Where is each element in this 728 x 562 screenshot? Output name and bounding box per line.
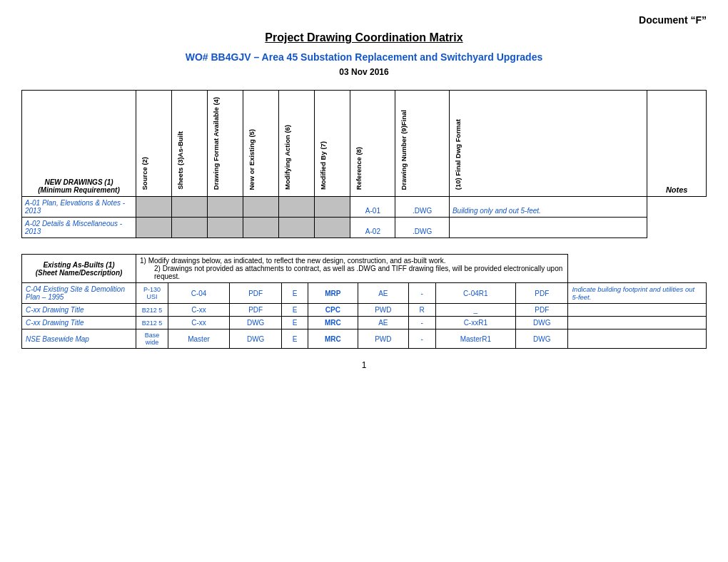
row-final-format: PDF <box>516 283 568 304</box>
row-new-existing: E <box>282 317 308 329</box>
row-modified-by: AE <box>358 283 408 304</box>
row-sheets <box>172 197 208 218</box>
row-name: C-04 Existing Site & Demolition Plan – 1… <box>22 283 136 304</box>
top-table-row: A-01 Plan, Elevations & Notes - 2013A-01… <box>22 197 707 218</box>
row-final-format: DWG <box>516 329 568 349</box>
row-new-existing: E <box>282 283 308 304</box>
row-reference: - <box>408 329 435 349</box>
row-source: B212 5 <box>136 317 168 329</box>
top-table-left-header: NEW DRAWINGS (1) (Minimum Requirement) <box>22 91 136 197</box>
row-new-existing <box>243 197 279 218</box>
subtitle: WO# BB4GJV – Area 45 Substation Replacem… <box>21 51 707 63</box>
col-drawing-format: Drawing Format Available (4) <box>208 91 243 197</box>
bottom-table: Existing As-Builts (1) (Sheet Name/Descr… <box>21 254 707 349</box>
page-title: Project Drawing Coordination Matrix <box>21 31 707 44</box>
row-modified-by <box>315 197 350 218</box>
col-modified-by: Modified By (7) <box>315 91 350 197</box>
row-note <box>568 317 707 329</box>
row-dwg-number: _ <box>435 304 515 317</box>
row-mod-action: CPC <box>308 304 358 317</box>
row-name: NSE Basewide Map <box>22 329 136 349</box>
row-name: A-02 Details & Miscellaneous - 2013 <box>22 218 136 238</box>
row-source: Base wide <box>136 329 168 349</box>
col-final-format: (10) Final Dwg Format <box>449 91 647 197</box>
row-mod-action: MRP <box>308 283 358 304</box>
date-line: 03 Nov 2016 <box>21 67 707 77</box>
bottom-table-row: NSE Basewide MapBase wideMasterDWGEMRCPW… <box>22 329 707 349</box>
col-modifying-action: Modifying Action (6) <box>279 91 315 197</box>
row-final-format: DWG <box>516 317 568 329</box>
row-sheets: Master <box>168 329 230 349</box>
row-source: B212 5 <box>136 304 168 317</box>
row-new-existing <box>243 218 279 238</box>
page-number: 1 <box>21 360 707 370</box>
instruction-2: 2) Drawings not provided as attachments … <box>154 265 564 280</box>
row-note: Building only and out 5-feet. <box>449 197 647 218</box>
document-label: Document “F” <box>21 14 707 26</box>
row-modified-by: AE <box>358 317 408 329</box>
col-new-existing: New or Existing (5) <box>243 91 279 197</box>
row-format <box>208 218 243 238</box>
row-reference: - <box>408 317 435 329</box>
bottom-table-row: C-xx Drawing TitleB212 5C-xxPDFECPCPWDR_… <box>22 304 707 317</box>
row-mod-action: MRC <box>308 317 358 329</box>
bottom-left-header: Existing As-Builts (1) (Sheet Name/Descr… <box>22 255 136 283</box>
row-name: C-xx Drawing Title <box>22 317 136 329</box>
top-table-header-row: NEW DRAWINGS (1) (Minimum Requirement) S… <box>22 91 707 197</box>
row-note <box>568 329 707 349</box>
top-table: NEW DRAWINGS (1) (Minimum Requirement) S… <box>21 90 707 238</box>
row-mod-action: MRC <box>308 329 358 349</box>
row-reference: A-02 <box>350 218 395 238</box>
instruction-1: 1) Modify drawings below, as indicated, … <box>140 257 564 265</box>
row-sheets: C-xx <box>168 317 230 329</box>
row-source <box>136 197 172 218</box>
row-new-existing: E <box>282 329 308 349</box>
col-sheets: Sheets (3)As-Built <box>172 91 208 197</box>
row-new-existing: E <box>282 304 308 317</box>
bottom-table-row: C-04 Existing Site & Demolition Plan – 1… <box>22 283 707 304</box>
row-note: Indicate building footprint and utilitie… <box>568 283 707 304</box>
row-modified-by: PWD <box>358 304 408 317</box>
row-sheets <box>172 218 208 238</box>
col-notes: Notes <box>647 91 707 197</box>
row-sheets: C-04 <box>168 283 230 304</box>
row-modified-by: PWD <box>358 329 408 349</box>
row-final-format: PDF <box>516 304 568 317</box>
bottom-instructions: 1) Modify drawings below, as indicated, … <box>136 255 568 283</box>
row-dwg-number: MasterR1 <box>435 329 515 349</box>
row-dwg-number: .DWG <box>395 218 450 238</box>
row-name: A-01 Plan, Elevations & Notes - 2013 <box>22 197 136 218</box>
row-format: DWG <box>230 317 282 329</box>
row-mod-action <box>279 197 315 218</box>
row-modified-by <box>315 218 350 238</box>
row-reference: A-01 <box>350 197 395 218</box>
bottom-table-header-row: Existing As-Builts (1) (Sheet Name/Descr… <box>22 255 707 283</box>
row-source <box>136 218 172 238</box>
row-reference: - <box>408 283 435 304</box>
col-source: Source (2) <box>136 91 172 197</box>
row-note <box>449 218 647 238</box>
row-mod-action <box>279 218 315 238</box>
row-format: PDF <box>230 283 282 304</box>
sheet-name-label: (Sheet Name/Description) <box>36 269 123 277</box>
existing-as-builts-label: Existing As-Builts (1) <box>43 261 114 269</box>
row-format: DWG <box>230 329 282 349</box>
col-drawing-number: Drawing Number (9)Final <box>395 91 450 197</box>
row-dwg-number: C-04R1 <box>435 283 515 304</box>
bottom-table-row: C-xx Drawing TitleB212 5C-xxDWGEMRCAE-C-… <box>22 317 707 329</box>
row-format <box>208 197 243 218</box>
row-reference: R <box>408 304 435 317</box>
new-drawings-label: NEW DRAWINGS (1) <box>44 178 113 186</box>
col-reference: Reference (8) <box>350 91 395 197</box>
row-sheets: C-xx <box>168 304 230 317</box>
row-source: P-130 USI <box>136 283 168 304</box>
row-note <box>568 304 707 317</box>
top-table-row: A-02 Details & Miscellaneous - 2013A-02.… <box>22 218 707 238</box>
row-name: C-xx Drawing Title <box>22 304 136 317</box>
row-format: PDF <box>230 304 282 317</box>
row-dwg-number: C-xxR1 <box>435 317 515 329</box>
row-dwg-number: .DWG <box>395 197 450 218</box>
min-req-label: (Minimum Requirement) <box>38 186 119 194</box>
